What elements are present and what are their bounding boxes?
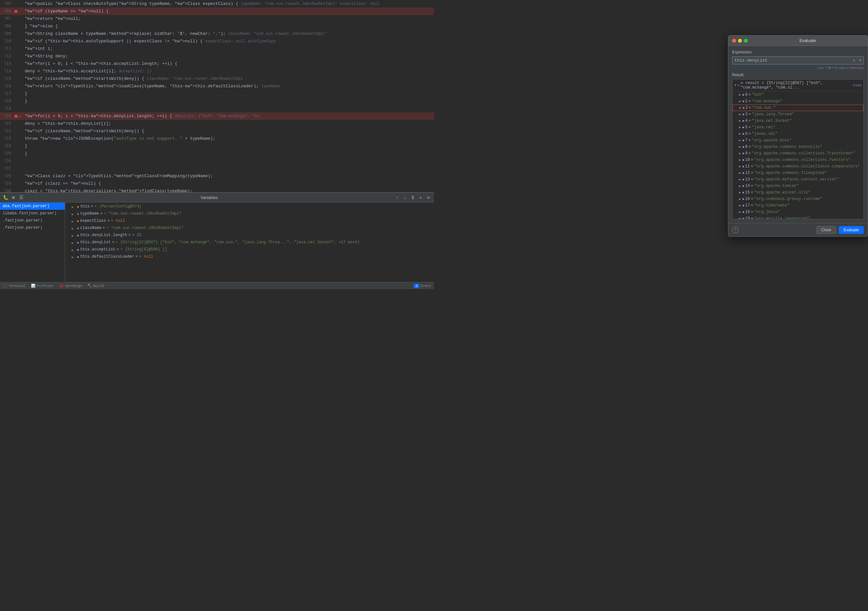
code-line-730: 730 clazz = "this-kw">this.deserializers… <box>0 187 434 192</box>
add-icon[interactable]: ＋ <box>418 195 423 201</box>
var-icon-7: ■ <box>77 255 79 259</box>
spotbugs-button[interactable]: 🐞 SpotBugs <box>59 284 82 288</box>
var-name-2: expectClass <box>80 218 106 223</box>
var-icon-3: ■ <box>77 227 79 230</box>
var-eq-2: = <box>107 218 110 223</box>
var-row-1[interactable]: ▶ ■ typeName = = "com.sun.rowset.JdbcRow… <box>65 211 434 218</box>
breakpoint-720[interactable] <box>14 114 18 118</box>
code-line-729: 729 "kw">if (clazz == "kw">null) { <box>0 180 434 187</box>
call-stack-item-2[interactable]: .fastjson.parser) <box>0 217 65 224</box>
code-line-717: 717 } <box>0 90 434 97</box>
var-eq-3: = <box>102 226 105 230</box>
var-val-6: = {String[0]@586} [] <box>120 247 431 252</box>
build-icon: 🔨 <box>87 284 92 288</box>
var-icon-0: ■ <box>77 205 79 209</box>
var-name-1: typeName <box>80 211 99 216</box>
var-name-5: this.denyList <box>80 240 111 244</box>
var-val-4: = 22 <box>132 233 431 237</box>
var-row-0[interactable]: ▶ ■ this = = {ParserConfig@574} <box>65 204 434 211</box>
var-row-2[interactable]: ▶ ■ expectClass = = null <box>65 218 434 225</box>
code-line-718: 718 } <box>0 97 434 105</box>
var-expand-1[interactable]: ▶ <box>72 212 76 216</box>
code-line-709: 709 "kw">String className = typeName."me… <box>0 30 434 37</box>
debug-icon[interactable]: 🐛 <box>3 195 8 201</box>
profiler-icon: 📊 <box>31 284 36 288</box>
var-expand-2[interactable]: ▶ <box>72 220 76 223</box>
code-line-728: 728 "kw">Class clazz = "cls">TypeUtils."… <box>0 172 434 180</box>
var-expand-0[interactable]: ▶ <box>72 205 76 209</box>
terminal-icon: ⬛ <box>3 284 7 288</box>
code-line-724: 724 } <box>0 142 434 150</box>
code-line-721: 721 deny = "this-kw">this.denyList[i]; <box>0 120 434 127</box>
var-name-0: this <box>80 204 90 209</box>
call-stack-item-1[interactable]: libaba.fastjson.parser) <box>0 210 65 217</box>
var-val-2: = null <box>111 218 431 223</box>
code-line-726: 726 <box>0 157 434 165</box>
var-name-7: this.defaultClassLoader <box>80 254 134 259</box>
filter-icon[interactable]: ⊻ <box>410 195 416 201</box>
var-name-6: this.acceptList <box>80 247 115 252</box>
var-row-6[interactable]: ▶ ■ this.acceptList = = {String[0]@586} … <box>65 247 434 254</box>
var-icon-4: ■ <box>77 234 79 237</box>
var-expand-5[interactable]: ▶ <box>72 241 76 245</box>
code-editor: 705 "kw">public "kw">Class checkAutoType… <box>0 0 434 192</box>
var-expand-7[interactable]: ▶ <box>72 255 76 259</box>
variables-panel: ▶ ■ this = = {ParserConfig@574} ▶ ■ type… <box>65 203 434 287</box>
code-line-723: 723 throw "kw">new "cls">JSONException("… <box>0 135 434 142</box>
code-line-707: 707 "kw">return "kw">null; <box>0 15 434 22</box>
list-icon[interactable]: ☰ <box>18 195 24 201</box>
code-line-706: 706 "kw">if (typeName == "kw">null) { <box>0 8 434 15</box>
var-name-3: className <box>80 226 101 230</box>
var-row-4[interactable]: ▶ ■ this.denyList.length = = 22 <box>65 232 434 240</box>
code-line-720: 720→ "kw">for(i = 0; i < "this-kw">this.… <box>0 112 434 120</box>
call-stack-item-3[interactable]: .fastjson.parser) <box>0 224 65 231</box>
code-line-715: 715 "kw">if (className."method">startsWi… <box>0 75 434 82</box>
var-expand-3[interactable]: ▶ <box>72 227 76 230</box>
code-line-705: 705 "kw">public "kw">Class checkAutoType… <box>0 0 434 8</box>
var-eq-1: = <box>100 211 102 216</box>
infinity-icon[interactable]: ∞ <box>426 195 431 201</box>
code-line-727: 727 <box>0 165 434 172</box>
var-row-5[interactable]: ▶ ■ this.denyList = = {String[22]@587} [… <box>65 240 434 247</box>
var-icon-2: ■ <box>77 220 79 223</box>
var-name-4: this.denyList.length <box>80 233 127 237</box>
code-line-722: 722 "kw">if (className."method">startsWi… <box>0 127 434 135</box>
bottom-panel: 🐛 ⊞ ☰ Variables ↑ ↓ ⊻ ＋ ∞ aba.fastjson.p… <box>0 192 434 289</box>
code-line-713: 713 "kw">for(i = 0; i < "this-kw">this.a… <box>0 60 434 67</box>
var-row-3[interactable]: ▶ ■ className = = "com.sun.rowset.JdbcRo… <box>65 225 434 232</box>
code-line-711: 711 "kw">int i; <box>0 45 434 53</box>
var-icon-6: ■ <box>77 248 79 252</box>
bottom-content: aba.fastjson.parser)libaba.fastjson.pars… <box>0 203 434 287</box>
var-icon-1: ■ <box>77 212 79 216</box>
build-button[interactable]: 🔨 Build <box>87 284 104 288</box>
var-val-7: = null <box>139 254 431 259</box>
var-eq-0: = <box>91 204 93 209</box>
code-line-708: 708 } "kw">else { <box>0 22 434 30</box>
code-line-710: 710 "kw">if ("this-kw">this.autoTypeSupp… <box>0 37 434 45</box>
var-val-1: = "com.sun.rowset.JdbcRowSetImpl" <box>104 211 431 216</box>
code-line-716: 716 "kw">return "cls">TypeUtils."method"… <box>0 82 434 90</box>
var-expand-4[interactable]: ▶ <box>72 234 76 238</box>
var-eq-5: = <box>112 240 115 244</box>
code-line-725: 725 } <box>0 150 434 157</box>
code-line-712: 712 "kw">String deny; <box>0 53 434 60</box>
var-row-7[interactable]: ▶ ■ this.defaultClassLoader = = null <box>65 254 434 261</box>
table-icon[interactable]: ⊞ <box>11 195 16 201</box>
debug-toolbar: 🐛 ⊞ ☰ Variables ↑ ↓ ⊻ ＋ ∞ <box>0 193 434 203</box>
variables-header: Variables <box>26 195 392 200</box>
var-val-5: = {String[22]@587} ["bsh", "com.mchange"… <box>116 240 431 244</box>
code-line-719: 719 <box>0 105 434 112</box>
call-stack-item-0[interactable]: aba.fastjson.parser) <box>0 203 65 210</box>
var-eq-6: = <box>117 247 119 252</box>
code-line-714: 714 deny = "this-kw">this.acceptList[i];… <box>0 67 434 75</box>
event-badge: 2 <box>414 284 419 288</box>
profiler-button[interactable]: 📊 Profiler <box>31 284 54 288</box>
breakpoint-706[interactable] <box>14 10 18 13</box>
step-over-icon[interactable]: ↑ <box>394 195 400 201</box>
var-eq-7: = <box>136 254 138 259</box>
event-status[interactable]: 2 Event <box>414 284 431 288</box>
var-icon-5: ■ <box>77 241 79 244</box>
step-into-icon[interactable]: ↓ <box>402 195 408 201</box>
terminal-button[interactable]: ⬛ Terminal <box>3 284 26 288</box>
var-expand-6[interactable]: ▶ <box>72 248 76 252</box>
